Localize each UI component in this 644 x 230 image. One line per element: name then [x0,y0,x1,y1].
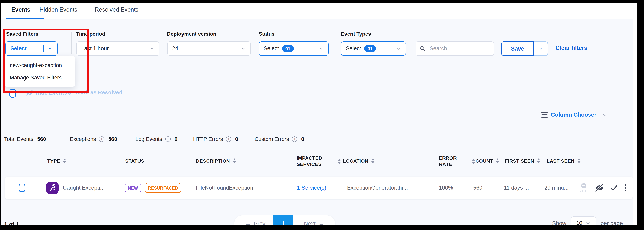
check-icon [67,89,74,96]
save-split-button: Save [501,42,548,56]
stat-label: Custom Errors [254,136,289,142]
status-select[interactable]: Select 01 [259,42,329,56]
chevron-down-icon [538,46,544,51]
row-menu-icon[interactable] [624,183,628,192]
info-icon[interactable] [165,136,170,142]
event-types-select[interactable]: Select 01 [341,42,406,56]
sort-icon[interactable] [338,159,341,164]
save-dropdown-button[interactable] [534,42,548,56]
stats-divider [61,133,62,145]
hide-events-button[interactable]: Hide Events [26,89,67,97]
cell-type: Caught Excepti... [63,185,105,191]
hide-event-icon[interactable] [594,183,604,193]
stat-value: 560 [37,136,46,142]
stat-label: Total Events [4,136,33,142]
deployment-version-label: Deployment version [167,31,216,37]
tab-events[interactable]: Events [11,7,30,13]
table-row[interactable]: Caught Excepti... NEW RESURFACED FileNot… [5,176,633,199]
column-header-error-rate[interactable]: ERROR RATE [439,155,458,167]
active-tab-underline [6,18,44,20]
chevron-down-icon [48,46,53,51]
info-icon[interactable] [99,136,104,142]
event-types-label: Event Types [341,31,371,37]
column-header-last-seen[interactable]: LAST SEEN [547,158,580,164]
column-header-location[interactable]: LOCATION [343,158,374,164]
event-types-value: Select [346,45,361,52]
screenshot-stage: Events Hidden Events Resolved Events Sav… [0,0,644,230]
info-icon[interactable] [226,136,232,142]
select-all-checkbox[interactable] [10,89,16,98]
deployment-version-select[interactable]: 24 [167,42,251,56]
stat-label: Exceptions [70,136,96,142]
saved-filters-select[interactable]: Select [6,42,58,56]
stat-value: 0 [235,136,238,142]
page-size-select[interactable]: 10 [571,216,596,225]
deployment-version-value: 24 [172,45,241,52]
chevron-down-icon [241,46,246,51]
row-checkbox[interactable] [19,184,25,192]
tab-hidden-events[interactable]: Hidden Events [40,7,77,13]
status-badge-resurfaced: RESURFACED [144,183,182,193]
page-number-button[interactable]: 1 [273,215,293,225]
next-label: Next [304,220,316,225]
time-period-select[interactable]: Last 1 hour [76,42,160,56]
sort-icon[interactable] [496,158,499,163]
sort-icon[interactable] [577,158,580,163]
search-input[interactable] [429,45,490,52]
column-header-impacted-services[interactable]: IMPACTED SERVICES [296,155,326,167]
hamburger-icon [542,112,548,118]
manage-saved-filters-option[interactable]: Manage Saved Filters [4,71,75,84]
stat-total-events: Total Events 560 [4,136,46,142]
arrow-right-icon: → [318,220,324,225]
time-period-value: Last 1 hour [81,45,150,52]
hide-events-label: Hide Events [36,90,67,96]
mark-as-resolved-label: Mark as Resolved [76,89,122,96]
stat-http-errors: HTTP Errors 0 [193,136,238,142]
eye-off-icon [26,89,33,97]
column-header-type[interactable]: TYPE [47,158,66,164]
chevron-down-icon [396,46,401,51]
sort-icon[interactable] [537,158,540,163]
stat-label: HTTP Errors [193,136,223,142]
saved-filter-option[interactable]: new-caught-exception [4,59,75,71]
resolve-event-icon[interactable] [610,183,618,192]
bulk-actions-divider [23,86,23,100]
cell-last-seen: 29 minu... [544,185,568,191]
stat-custom-errors: Custom Errors 0 [254,136,304,142]
column-header-description[interactable]: DESCRIPTION [196,158,236,164]
filter-group-divider [72,32,72,54]
stat-value: 0 [174,136,178,142]
sort-icon[interactable] [233,158,236,163]
prev-page-button[interactable]: ← Prev [245,220,266,225]
tab-bar: Events Hidden Events Resolved Events [1,3,637,20]
cell-impacted-services-link[interactable]: 1 Service(s) [297,185,326,191]
search-icon [420,46,426,52]
column-chooser-label: Column Chooser [551,111,596,118]
stats-table-divider [1,149,633,149]
status-label: Status [259,31,274,37]
column-header-first-seen[interactable]: FIRST SEEN [505,158,540,164]
next-page-button[interactable]: Next → [304,220,324,225]
info-icon[interactable] [292,136,298,142]
stat-value: 560 [108,136,117,142]
page-summary: 1 of 1 [4,221,19,225]
event-types-count-badge: 01 [364,45,376,52]
pagination: ← Prev 1 Next → [234,215,335,225]
cell-description: FileNotFoundException [196,185,253,191]
chevron-down-icon [602,112,608,117]
save-button[interactable]: Save [501,42,534,56]
saved-filters-menu: new-caught-exception Manage Saved Filter… [4,56,75,87]
tab-resolved-events[interactable]: Resolved Events [95,7,138,13]
saved-filters-label: Saved Filters [6,31,38,37]
column-header-count[interactable]: COUNT [476,158,499,164]
page-size-value: 10 [576,220,582,225]
scrollbar-track[interactable] [633,20,637,225]
sort-icon[interactable] [63,158,66,163]
sort-icon[interactable] [472,159,475,164]
column-chooser-button[interactable]: Column Chooser [542,111,608,118]
clear-filters-link[interactable]: Clear filters [555,45,588,52]
select-divider [43,45,44,52]
arrow-left-icon: ← [245,220,251,225]
sort-icon[interactable] [371,158,374,163]
mark-as-resolved-button[interactable]: Mark as Resolved [67,89,122,96]
